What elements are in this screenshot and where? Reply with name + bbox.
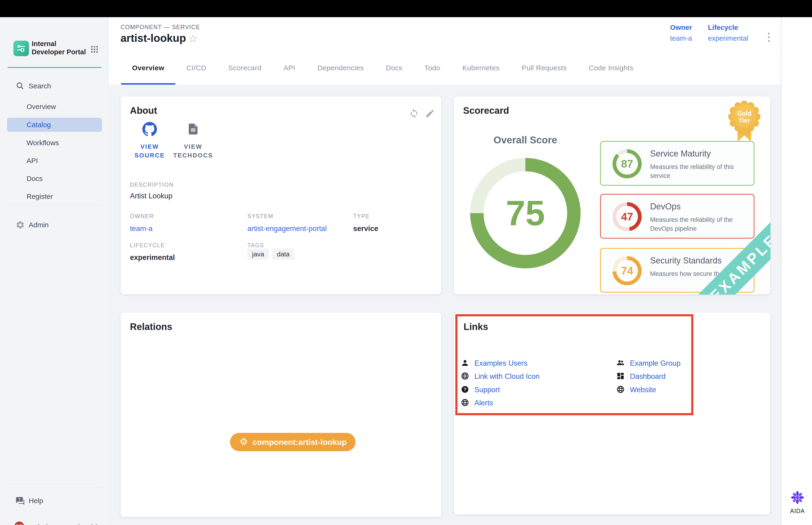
sidebar-item-catalog[interactable]: Catalog [7,118,102,132]
aida-assistant-widget[interactable]: AIDA [788,491,806,514]
tags-label: TAGS [247,242,264,249]
chip-label: component:artist-lookup [252,438,347,447]
refresh-icon[interactable] [409,108,419,118]
metric-title: Service Maturity [650,149,711,159]
globe-icon [461,372,469,381]
tab-todo[interactable]: Todo [414,51,451,85]
top-black-bar [0,0,812,17]
relations-title: Relations [130,321,172,332]
tab-api[interactable]: API [273,51,306,85]
type-value: service [353,224,378,233]
apps-grid-icon[interactable] [90,45,99,54]
page-title: artist-lookup [121,32,186,44]
svg-text:?: ? [18,498,21,502]
metric-card-devops[interactable]: 47 DevOps Measures the reliability of th… [600,194,754,239]
svg-text:Gold: Gold [737,110,752,117]
user-name[interactable]: Debabrata Panigrahi [29,523,97,525]
view-techdocs-button[interactable]: VIEW TECHDOCS [171,122,215,160]
link-support[interactable]: ? Support [461,385,500,394]
search-icon [15,81,25,90]
svg-text:?: ? [463,387,466,392]
tab-scorecard[interactable]: Scorecard [217,51,273,85]
tag-chip[interactable]: data [272,249,294,260]
right-rail-divider [781,17,781,525]
gear-icon [15,220,25,229]
owner-label: OWNER [130,213,154,220]
tab-overview[interactable]: Overview [121,51,175,85]
sidebar-item-admin[interactable]: Admin [0,218,109,232]
group-icon [616,359,625,368]
edit-pencil-icon[interactable] [425,108,435,118]
links-title: Links [463,321,488,332]
overall-score-value: 75 [470,158,581,268]
sidebar-item-overview[interactable]: Overview [0,100,109,114]
scorecard-title: Scorecard [463,105,509,116]
brand-divider [7,67,102,68]
sidebar-item-search[interactable]: Search [0,79,109,93]
sidebar-item-register[interactable]: Register [0,190,109,204]
lifecycle-value: experimental [130,253,175,262]
links-card: Links Examples Users Link with Cloud Ico… [454,313,770,515]
metric-gauge: 74 [613,256,642,285]
user-avatar[interactable]: DP [14,521,25,525]
owner-meta[interactable]: Owner team-a [670,24,692,42]
tab-pull-requests[interactable]: Pull Requests [510,51,578,85]
metric-title: DevOps [650,201,681,211]
portal-logo-icon [13,41,29,56]
metric-gauge: 47 [613,202,642,231]
aida-label: AIDA [790,508,805,514]
tags-list: java data [247,249,294,260]
sidebar-item-help[interactable]: ? Help [0,494,109,508]
relations-entity-chip[interactable]: component:artist-lookup [230,433,355,451]
metric-description: Measures the reliability of this service [650,162,751,180]
metric-gauge: 87 [613,149,642,178]
overall-score-label: Overall Score [470,134,581,146]
right-rail [781,17,812,525]
metric-description: Measures the reliability of the DevOps p… [650,215,751,233]
tab-cicd[interactable]: CI/CD [175,51,217,85]
link-dashboard[interactable]: Dashboard [616,372,665,381]
favorite-star-icon[interactable]: ☆ [188,32,198,45]
metric-card-service-maturity[interactable]: 87 Service Maturity Measures the reliabi… [600,141,754,186]
link-website[interactable]: Website [616,385,656,394]
content-area: About VIEW SOURCE [109,85,781,525]
lifecycle-label: LIFECYCLE [130,242,165,249]
type-label: TYPE [353,213,370,220]
tab-kubernetes[interactable]: Kubernetes [451,51,510,85]
help-circle-icon: ? [461,385,469,394]
tab-code-insights[interactable]: Code Insights [578,51,644,85]
sidebar-item-docs[interactable]: Docs [0,171,109,186]
about-title: About [130,105,157,116]
tab-docs[interactable]: Docs [375,51,414,85]
tab-dependencies[interactable]: Dependencies [306,51,375,85]
scorecard-card: Scorecard [454,96,770,295]
person-icon [461,359,469,368]
aida-flower-icon [791,491,804,505]
document-icon [186,122,200,137]
globe-icon [616,385,625,394]
sidebar-divider [7,487,102,488]
entity-tabs: Overview CI/CD Scorecard API Dependencie… [109,51,781,85]
sidebar-item-workflows[interactable]: Workflows [0,136,109,150]
system-label: SYSTEM [247,213,274,220]
svg-text:Tier: Tier [738,117,750,124]
sidebar-item-api[interactable]: API [0,154,109,168]
sidebar: Internal Developer Portal Search Overvie… [0,17,109,525]
lifecycle-meta: Lifecycle experimental [708,24,748,42]
link-alerts[interactable]: Alerts [461,398,493,408]
link-with-cloud-icon[interactable]: Link with Cloud Icon [461,372,539,381]
link-examples-users[interactable]: Examples Users [461,359,527,368]
more-options-kebab-icon[interactable] [764,28,773,46]
description-label: DESCRIPTION [130,181,174,188]
entity-header: COMPONENT — SERVICE artist-lookup ☆ Owne… [109,17,781,51]
dashboard-icon [616,372,625,381]
metric-title: Security Standards [650,256,722,266]
system-link[interactable]: artist-engagement-portal [247,224,327,233]
tag-chip[interactable]: java [247,249,269,260]
about-card: About VIEW SOURCE [121,96,442,295]
view-source-button[interactable]: VIEW SOURCE [131,122,168,160]
owner-link[interactable]: team-a [130,224,153,233]
globe-icon [461,398,469,408]
relations-card: Relations component:artist-lookup [121,313,442,517]
link-example-group[interactable]: Example Group [616,359,680,368]
